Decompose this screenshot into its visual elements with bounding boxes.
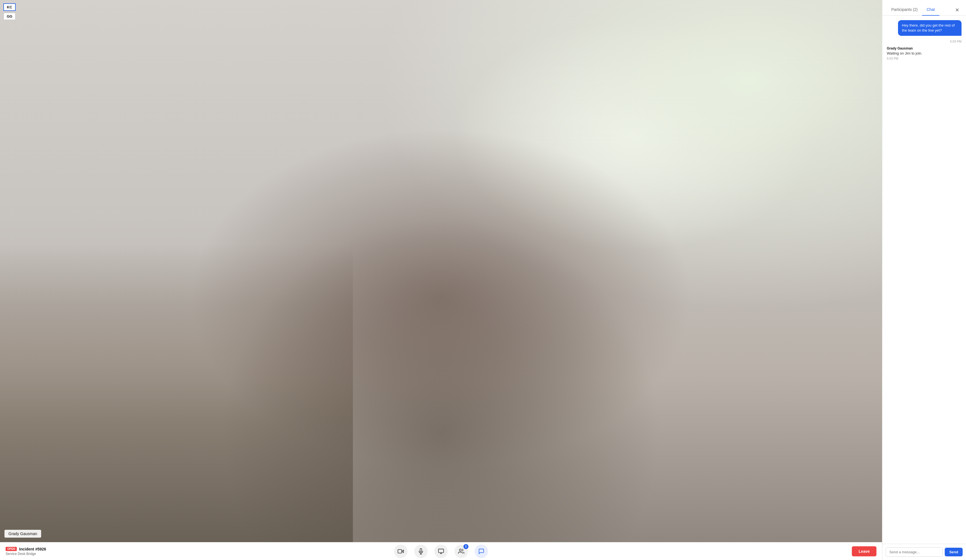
bottom-bar: OPEN Incident #5926 Service Desk Bridge (0, 542, 882, 560)
badge-kc: KC (3, 3, 16, 11)
main-layout: KC GG Grady Gausman OPEN Incident #5926 … (0, 0, 966, 560)
tab-chat[interactable]: Chat (922, 5, 940, 16)
message-input[interactable] (886, 547, 943, 557)
incident-top: OPEN Incident #5926 (6, 547, 46, 551)
participant-count-badge: 2 (463, 544, 468, 549)
video-camera-icon (398, 548, 404, 554)
svg-marker-0 (402, 550, 404, 552)
outgoing-message-time: 5:03 PM (950, 40, 961, 43)
chat-messages: Hey there, did you get the rest of the t… (882, 16, 966, 544)
chat-input-area: Send (882, 544, 966, 560)
screenshare-button[interactable] (434, 545, 448, 558)
chat-icon (478, 548, 485, 554)
microphone-toggle-button[interactable] (414, 545, 427, 558)
participants-icon (458, 548, 464, 554)
close-chat-button[interactable]: ✕ (953, 6, 961, 14)
outgoing-message: Hey there, did you get the rest of the t… (898, 20, 961, 36)
microphone-icon (418, 548, 424, 554)
video-toggle-button[interactable] (394, 545, 407, 558)
incident-status-badge: OPEN (6, 547, 17, 551)
leave-button[interactable]: Leave (852, 546, 876, 557)
message-sender-name: Grady Gausman (887, 46, 961, 50)
screenshare-icon (438, 548, 444, 554)
chat-toggle-button[interactable] (475, 545, 488, 558)
message-time: 5:03 PM (887, 57, 961, 60)
video-section: KC GG Grady Gausman OPEN Incident #5926 … (0, 0, 882, 560)
chat-header: Participants (2) Chat ✕ (882, 0, 966, 16)
badge-gg: GG (3, 13, 16, 20)
controls-center: 2 (394, 545, 488, 558)
incoming-message: Grady Gausman Waiting on Jim to join. 5:… (887, 46, 961, 60)
incident-info: OPEN Incident #5926 Service Desk Bridge (6, 547, 46, 556)
message-text: Waiting on Jim to join. (887, 51, 961, 56)
participant-badges: KC GG (3, 3, 16, 20)
svg-point-7 (460, 549, 462, 551)
incident-number: Incident #5926 (19, 547, 46, 551)
participant-name-label: Grady Gausman (5, 530, 41, 538)
incident-subtitle: Service Desk Bridge (6, 552, 36, 556)
participants-button[interactable]: 2 (455, 545, 468, 558)
person-overlay (0, 0, 882, 542)
video-container: KC GG Grady Gausman (0, 0, 882, 542)
send-button[interactable]: Send (945, 548, 963, 557)
svg-rect-1 (398, 549, 402, 553)
tab-participants[interactable]: Participants (2) (887, 5, 922, 16)
video-feed: KC GG Grady Gausman (0, 0, 882, 542)
chat-panel: Participants (2) Chat ✕ Hey there, did y… (882, 0, 966, 560)
svg-rect-4 (439, 549, 444, 552)
